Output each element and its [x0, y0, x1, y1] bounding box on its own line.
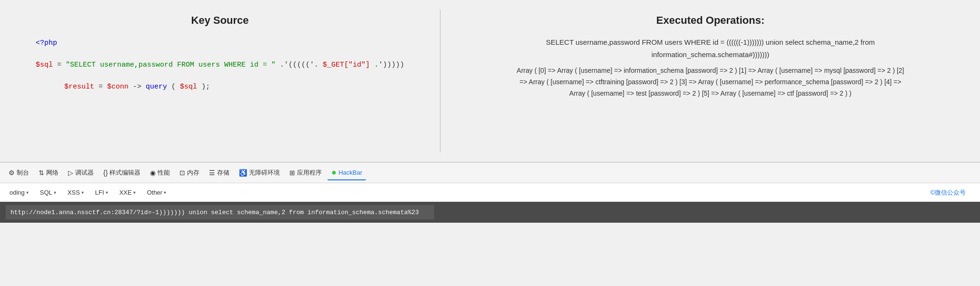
code-line-2: $sql = "SELECT username,password FROM us…	[36, 58, 404, 72]
other-label: Other	[147, 189, 163, 196]
devtools-toolbar: ⚙ 制台 ⇅ 网络 ▷ 调试器 {} 样式编辑器 ◉ 性能 ⊡ 内存 ☰ 存储 …	[0, 162, 980, 183]
performance-label: 性能	[158, 168, 170, 177]
copyright-text: ©微信公众号	[930, 188, 975, 197]
toolbar-console[interactable]: ⚙ 制台	[5, 167, 33, 179]
application-label: 应用程序	[297, 168, 322, 177]
hackbar-label: HackBar	[338, 169, 362, 176]
style-label: 样式编辑器	[109, 168, 140, 177]
coding-label: oding	[10, 189, 25, 196]
console-icon: ⚙	[9, 169, 15, 177]
coding-arrow: ▾	[26, 190, 29, 195]
code-blank-1	[36, 50, 404, 58]
accessibility-icon: ♿	[239, 169, 247, 177]
xxe-arrow: ▾	[133, 190, 136, 195]
hackbar-xxe-btn[interactable]: XXE ▾	[115, 187, 140, 198]
sql-var: $sql	[36, 61, 53, 69]
left-panel-title: Key Source	[191, 14, 249, 27]
toolbar-memory[interactable]: ⊡ 内存	[176, 167, 203, 179]
xxe-label: XXE	[119, 189, 132, 196]
code-blank-2	[36, 72, 404, 80]
toolbar-storage[interactable]: ☰ 存储	[205, 167, 233, 179]
toolbar-performance[interactable]: ◉ 性能	[146, 167, 174, 179]
console-label: 制台	[17, 168, 29, 177]
toolbar-style-editor[interactable]: {} 样式编辑器	[99, 167, 144, 179]
query-func: query	[146, 83, 167, 91]
toolbar-debugger[interactable]: ▷ 调试器	[64, 167, 98, 179]
storage-label: 存储	[217, 168, 229, 177]
accessibility-label: 无障碍环境	[249, 168, 280, 177]
hackbar-xss-btn[interactable]: XSS ▾	[63, 187, 89, 198]
sql-arrow: ▾	[54, 190, 56, 195]
hackbar-coding-btn[interactable]: oding ▾	[5, 187, 33, 198]
lfi-arrow: ▾	[106, 190, 108, 195]
memory-icon: ⊡	[179, 169, 185, 177]
lfi-label: LFI	[95, 189, 104, 196]
other-arrow: ▾	[164, 190, 166, 195]
get-var: $_GET["id"]	[323, 61, 370, 69]
executed-sql: SELECT username,password FROM users WHER…	[515, 36, 906, 60]
hackbar-toolbar: oding ▾ SQL ▾ XSS ▾ LFI ▾ XXE ▾ Other ▾ …	[0, 183, 980, 202]
style-icon: {}	[103, 169, 108, 177]
url-input[interactable]	[6, 205, 434, 219]
hackbar-sql-btn[interactable]: SQL ▾	[35, 187, 61, 198]
sql-string: "SELECT username,password FROM users WHE…	[66, 61, 276, 69]
application-icon: ⊞	[289, 169, 295, 177]
memory-label: 内存	[187, 168, 199, 177]
debugger-icon: ▷	[68, 169, 73, 177]
xss-arrow: ▾	[81, 190, 84, 195]
result-var: $result	[64, 83, 94, 91]
code-line-1: <?php	[36, 36, 404, 50]
hackbar-dot-icon: ●	[331, 168, 337, 178]
toolbar-network[interactable]: ⇅ 网络	[35, 167, 62, 179]
xss-label: XSS	[68, 189, 80, 196]
php-tag: <?php	[36, 39, 57, 47]
right-panel-title: Executed Operations:	[656, 14, 764, 27]
toolbar-accessibility[interactable]: ♿ 无障碍环境	[235, 167, 284, 179]
code-block: <?php $sql = "SELECT username,password F…	[36, 36, 404, 94]
hackbar-other-btn[interactable]: Other ▾	[142, 187, 171, 198]
network-icon: ⇅	[39, 169, 44, 177]
hackbar-lfi-btn[interactable]: LFI ▾	[90, 187, 113, 198]
storage-icon: ☰	[209, 169, 215, 177]
sql-label: SQL	[40, 189, 52, 196]
performance-icon: ◉	[150, 169, 156, 177]
network-label: 网络	[46, 168, 59, 177]
left-panel: Key Source <?php $sql = "SELECT username…	[0, 0, 440, 162]
conn-var: $conn	[107, 83, 129, 91]
sql-var-2: $sql	[180, 83, 197, 91]
url-bar	[0, 202, 980, 223]
toolbar-hackbar[interactable]: ● HackBar	[327, 166, 366, 180]
array-result: Array ( [0] => Array ( [username] => inf…	[515, 65, 906, 99]
code-line-3: $result = $conn -> query ( $sql );	[36, 80, 404, 94]
toolbar-application[interactable]: ⊞ 应用程序	[286, 167, 326, 179]
debugger-label: 调试器	[75, 168, 94, 177]
right-panel: Executed Operations: SELECT username,pas…	[441, 0, 980, 162]
